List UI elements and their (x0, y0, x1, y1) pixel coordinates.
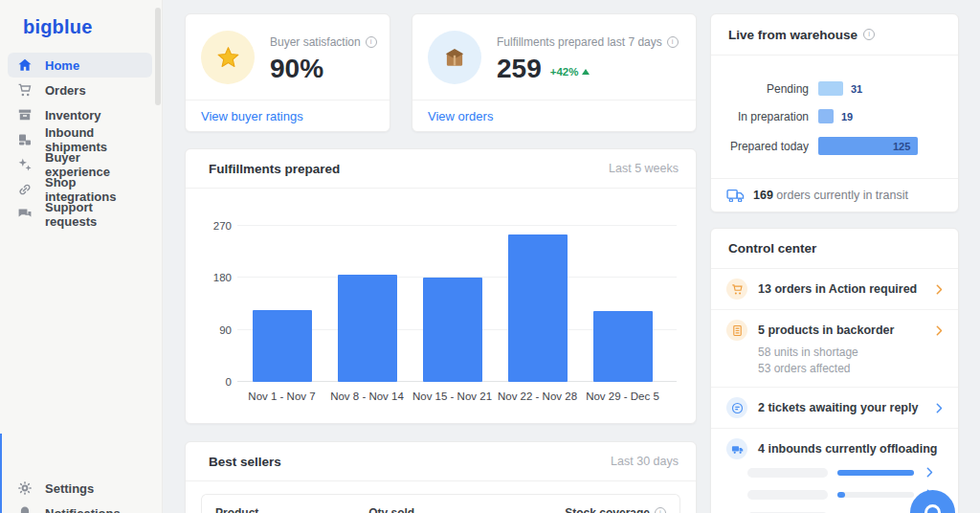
info-icon[interactable]: i (655, 507, 666, 513)
control-center-card: Control center 13 orders in Action requi… (710, 228, 959, 513)
best-sellers-period: Last 30 days (611, 455, 679, 468)
chart-title: Fulfillments prepared (209, 162, 340, 176)
x-tick-label: Nov 29 - Dec 5 (580, 390, 665, 402)
x-tick-label: Nov 8 - Nov 14 (324, 390, 410, 402)
control-item-tickets[interactable]: 2 tickets awaiting your reply (711, 387, 958, 428)
info-icon[interactable]: i (863, 29, 875, 40)
fulfillments-chart-card: Fulfillments prepared Last 5 weeks 27018… (185, 148, 697, 424)
chevron-right-icon (936, 325, 943, 336)
sidebar-item-label: Settings (45, 481, 94, 496)
bar-nov-15---nov-21 (423, 278, 482, 382)
y-tick-label: 0 (209, 376, 232, 388)
sidebar-item-label: Support requests (45, 200, 143, 229)
view-orders-link[interactable]: View orders (428, 109, 493, 123)
control-item-action-required[interactable]: 13 orders in Action required (711, 269, 958, 309)
y-tick-label: 270 (209, 220, 232, 232)
progress-fill (837, 470, 914, 476)
satisfaction-value: 90% (270, 54, 377, 84)
view-buyer-ratings-link[interactable]: View buyer ratings (201, 109, 303, 123)
dashboard-screen: bigblue HomeOrdersInventoryInbound shipm… (0, 0, 980, 513)
left-edge-accent (0, 434, 2, 513)
stat-label: Buyer satisfaction i (270, 35, 377, 49)
sidebar-item-home[interactable]: Home (8, 53, 152, 78)
best-sellers-table: Product Qty sold Stock coverage i (201, 494, 680, 513)
y-tick-label: 90 (209, 324, 232, 336)
home-icon (17, 57, 33, 73)
sidebar-item-support-requests[interactable]: Support requests (8, 202, 152, 227)
best-sellers-title: Best sellers (209, 455, 281, 469)
info-icon[interactable]: i (667, 36, 679, 48)
chevron-right-icon (936, 284, 943, 295)
backorder-affected-text: 53 orders affected (758, 361, 958, 377)
cart-icon (17, 82, 33, 98)
sidebar-item-inbound-shipments[interactable]: Inbound shipments (8, 127, 152, 152)
bigblue-logo: bigblue (23, 16, 93, 38)
sidebar-item-label: Notifications (45, 506, 121, 513)
chart-x-axis: Nov 1 - Nov 7Nov 8 - Nov 14Nov 15 - Nov … (239, 390, 665, 402)
x-tick-label: Nov 1 - Nov 7 (239, 390, 324, 402)
sidebar-item-label: Orders (45, 83, 86, 98)
transit-status: 169 orders currently in transit (711, 178, 958, 212)
bar-value: 125 (893, 141, 910, 152)
sidebar-item-orders[interactable]: Orders (8, 78, 152, 102)
bar-nov-1---nov-7 (253, 310, 312, 382)
fulfillments-card: Fulfillments prepared last 7 days i 259 … (412, 13, 697, 132)
chat-icon (924, 504, 941, 513)
progress-fill (837, 492, 845, 498)
sparkles-icon (17, 157, 33, 172)
chevron-right-icon (936, 403, 943, 413)
sidebar-item-shop-integrations[interactable]: Shop integrations (8, 177, 152, 202)
column-product[interactable]: Product (215, 506, 368, 513)
bar-nov-29---dec-5 (593, 311, 653, 382)
bar-in-preparation (818, 109, 834, 123)
delta-badge: +42% (550, 66, 590, 78)
link-icon (17, 182, 33, 197)
warehouse-title: Live from warehouse i (728, 28, 875, 42)
boxes-icon (17, 132, 33, 147)
control-center-title: Control center (728, 241, 816, 256)
sidebar-item-notifications[interactable]: Notifications (8, 501, 152, 513)
buyer-satisfaction-card: Buyer satisfaction i 90% View buyer rati… (185, 13, 390, 132)
sidebar-nav: HomeOrdersInventoryInbound shipmentsBuye… (8, 53, 152, 227)
info-icon[interactable]: i (366, 36, 377, 48)
truck-icon (726, 438, 747, 459)
fulfillments-value: 259 +42% (497, 54, 679, 84)
chart-period: Last 5 weeks (609, 162, 679, 175)
ticket-chat-icon (726, 397, 747, 418)
column-stock-coverage[interactable]: Stock coverage i (565, 506, 666, 513)
sidebar-item-settings[interactable]: Settings (8, 476, 152, 501)
sidebar-scrollbar[interactable] (155, 8, 161, 105)
control-item-backorder[interactable]: 5 products in backorder 58 units in shor… (711, 309, 958, 387)
best-sellers-card: Best sellers Last 30 days Product Qty so… (185, 441, 697, 513)
sidebar-item-buyer-experience[interactable]: Buyer experience (8, 152, 152, 177)
column-qty-sold[interactable]: Qty sold (368, 506, 565, 513)
bar-nov-8---nov-14 (338, 275, 397, 382)
inventory-icon (17, 107, 33, 123)
warehouse-row-prepared-today: Prepared today125 (728, 137, 941, 155)
sidebar-bottom-nav: SettingsNotifications (8, 476, 152, 513)
bar-pending (818, 81, 843, 96)
bar-chart-plot: 270180900 (209, 226, 677, 382)
chevron-right-icon (926, 467, 933, 478)
warehouse-row-pending: Pending31 (728, 81, 941, 96)
sidebar: bigblue HomeOrdersInventoryInbound shipm… (0, 0, 163, 513)
inbound-row[interactable] (747, 467, 945, 478)
star-icon (201, 31, 255, 84)
warehouse-row-in-preparation: In preparation19 (728, 109, 941, 123)
gear-icon (17, 480, 33, 496)
skeleton-label (747, 468, 828, 478)
transit-count: 169 (753, 189, 773, 202)
chat-icon (17, 207, 33, 222)
backorder-list-icon (726, 320, 747, 341)
bar-value: 31 (851, 83, 862, 95)
bar-value: 19 (841, 111, 853, 123)
sidebar-item-label: Inventory (45, 108, 101, 123)
x-tick-label: Nov 15 - Nov 21 (410, 390, 495, 402)
sidebar-item-label: Home (45, 58, 79, 73)
cart-icon (726, 279, 747, 300)
sidebar-item-inventory[interactable]: Inventory (8, 102, 152, 127)
x-tick-label: Nov 22 - Nov 28 (495, 390, 580, 402)
bar-nov-22---nov-28 (508, 234, 568, 382)
progress-track (837, 492, 914, 498)
bell-icon (17, 505, 33, 513)
